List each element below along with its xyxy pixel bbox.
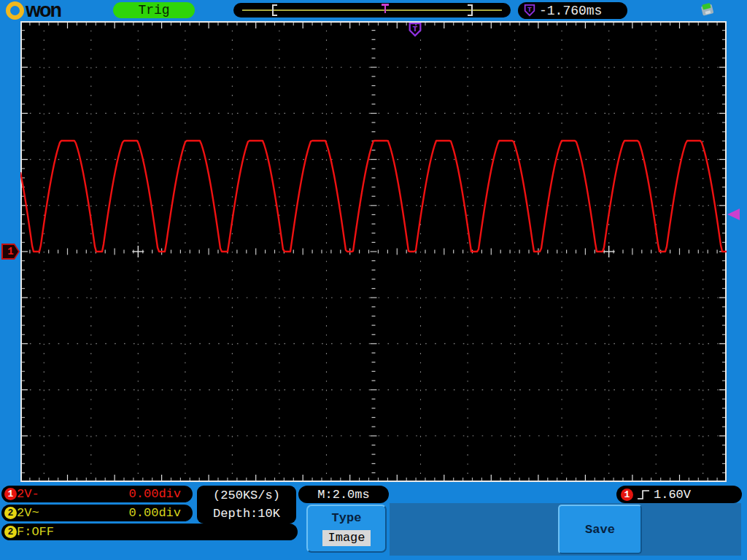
svg-text:T: T bbox=[527, 6, 532, 14]
trigger-level-arrow-icon[interactable] bbox=[727, 209, 740, 220]
channel2-scale: 2V~ bbox=[17, 506, 39, 520]
menu-type-value[interactable]: Image bbox=[322, 530, 370, 546]
channel1-scale: 2V- bbox=[17, 487, 39, 501]
fft-status: F:OFF bbox=[17, 525, 54, 539]
channel1-marker-label: 1 bbox=[7, 246, 13, 257]
acquisition-readout: (250KS/s) Depth:10K bbox=[197, 486, 296, 524]
oscilloscope-screen: won Trig T -1.760ms 1 T 1 2V- bbox=[0, 0, 747, 560]
timebase-readout: M:2.0ms bbox=[298, 486, 389, 503]
sample-rate: (250KS/s) bbox=[197, 486, 296, 505]
channel1-readout: 1 2V- 0.00div bbox=[1, 486, 193, 502]
record-depth: Depth:10K bbox=[197, 505, 296, 523]
channel1-offset: 0.00div bbox=[129, 487, 190, 501]
save-button[interactable]: Save bbox=[558, 505, 642, 554]
trigger-level-readout: 1 1.60V bbox=[616, 486, 742, 503]
fft-source-badge: 2 bbox=[4, 526, 17, 538]
menu-item-type[interactable]: Type Image bbox=[306, 505, 387, 553]
channel2-badge: 2 bbox=[4, 507, 17, 519]
channel2-offset: 0.00div bbox=[129, 506, 190, 520]
window-right-bracket-icon bbox=[468, 4, 473, 16]
trigger-position-tick-icon bbox=[382, 4, 389, 14]
record-line bbox=[242, 9, 502, 11]
waveform-display bbox=[20, 21, 727, 482]
svg-text:T: T bbox=[412, 24, 417, 34]
channel2-readout: 2 2V~ 0.00div bbox=[1, 505, 193, 521]
channel1-badge: 1 bbox=[4, 488, 17, 500]
trigger-horizontal-position-icon[interactable]: T bbox=[407, 22, 423, 38]
window-left-bracket-icon bbox=[272, 4, 277, 16]
rising-edge-icon bbox=[637, 489, 650, 500]
usb-storage-icon bbox=[699, 2, 716, 17]
trigger-source-badge: 1 bbox=[621, 489, 633, 501]
channel1-position-marker[interactable]: 1 bbox=[1, 244, 20, 260]
trigger-t-shield-icon: T bbox=[523, 4, 536, 18]
trigger-status-badge: Trig bbox=[113, 2, 195, 18]
owon-logo-o-icon bbox=[6, 1, 24, 20]
trigger-offset-readout: T -1.760ms bbox=[518, 2, 627, 19]
trigger-level-value: 1.60V bbox=[654, 488, 691, 502]
owon-logo: won bbox=[6, 1, 61, 20]
horizontal-position-bar[interactable] bbox=[233, 3, 511, 18]
trigger-offset-value: -1.760ms bbox=[539, 4, 602, 18]
menu-type-label: Type bbox=[332, 511, 362, 525]
owon-logo-text: won bbox=[26, 1, 61, 20]
fft-status-readout: 2 F:OFF bbox=[1, 524, 298, 540]
